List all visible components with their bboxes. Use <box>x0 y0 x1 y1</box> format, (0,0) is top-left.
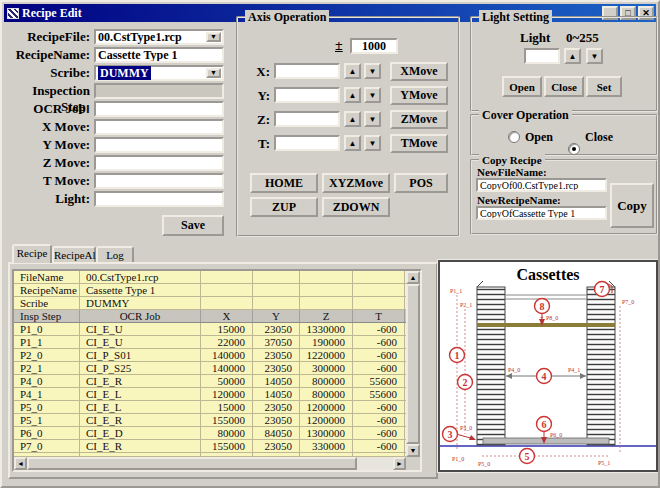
ocr-job-label: OCR Job: <box>2 101 90 117</box>
copy-recipe-title: Copy Recipe <box>479 153 545 167</box>
light-open-button[interactable]: Open <box>502 76 542 97</box>
cell: P6_0 <box>14 427 80 439</box>
y-move-input[interactable] <box>94 137 224 153</box>
table-row[interactable]: P4_1CI_E_L1200001405080000055600 <box>14 388 406 401</box>
ymove-button[interactable]: YMove <box>390 86 448 105</box>
callout-7: 7 <box>600 284 605 295</box>
z-move-input[interactable] <box>94 155 224 171</box>
scroll-down-icon[interactable]: ▼ <box>406 444 420 457</box>
scroll-left-icon[interactable]: ◄ <box>14 457 27 470</box>
cell: DUMMY <box>80 297 201 309</box>
cell: 15000 <box>201 323 253 335</box>
cover-close-radio[interactable] <box>568 143 580 155</box>
table-row[interactable]: P7_0CI_E_R15500023050330000-600 <box>14 440 406 453</box>
light-set-button[interactable]: Set <box>586 76 622 97</box>
copy-button[interactable]: Copy <box>610 183 654 228</box>
tmove-button[interactable]: TMove <box>390 134 448 153</box>
cover-operation-title: Cover Operation <box>479 108 572 122</box>
z-axis-input[interactable] <box>274 111 340 127</box>
table-row[interactable]: P6_0CI_E_D80000840501300000-600 <box>14 427 406 440</box>
callout-4: 4 <box>542 371 547 382</box>
recipe-name-input[interactable] <box>94 47 224 63</box>
cover-close-label[interactable]: Close <box>585 130 613 144</box>
new-recipe-name-label: NewRecipeName: <box>477 194 561 206</box>
recipe-file-combo[interactable]: 00.CstType1.rcp ▼ <box>94 29 224 45</box>
cell: P2_0 <box>14 349 80 361</box>
table-row[interactable]: P5_0CI_E_L15000230501200000-600 <box>14 401 406 414</box>
x-spin-up-icon[interactable]: ▲ <box>344 63 361 79</box>
z-spin-up-icon[interactable]: ▲ <box>344 111 361 127</box>
x-move-input[interactable] <box>94 119 224 135</box>
cell: 00.CstType1.rcp <box>80 271 201 283</box>
axis-operation-title: Axis Operation <box>245 10 329 24</box>
z-spin-down-icon[interactable]: ▼ <box>364 111 381 127</box>
callout-1: 1 <box>455 350 460 361</box>
zdown-button[interactable]: ZDOWN <box>322 197 390 217</box>
y-spin-down-icon[interactable]: ▼ <box>364 87 381 103</box>
cover-open-label[interactable]: Open <box>525 130 553 144</box>
tab-recipe[interactable]: Recipe <box>12 244 52 263</box>
scroll-up-icon[interactable]: ▲ <box>406 271 420 284</box>
save-button[interactable]: Save <box>162 215 224 236</box>
light-spin-down-icon[interactable]: ▼ <box>586 48 603 64</box>
horizontal-scroll-thumb[interactable] <box>27 457 357 470</box>
pos-button[interactable]: POS <box>394 173 448 193</box>
light-value-input[interactable] <box>524 48 560 64</box>
cell: 1300000 <box>300 427 353 439</box>
x-axis-input[interactable] <box>274 63 340 79</box>
y-axis-input[interactable] <box>274 87 340 103</box>
cell: 55600 <box>353 388 405 400</box>
light-close-button[interactable]: Close <box>544 76 584 97</box>
vertical-scrollbar[interactable]: ▲ ▼ <box>406 271 420 457</box>
zmove-button[interactable]: ZMove <box>390 110 448 129</box>
xyzmove-button[interactable]: XYZMove <box>322 173 390 193</box>
table-row[interactable]: P4_0CI_E_R500001405080000055600 <box>14 375 406 388</box>
cell <box>300 271 353 283</box>
callout-6: 6 <box>542 419 547 430</box>
t-spin-up-icon[interactable]: ▲ <box>344 135 361 151</box>
xmove-button[interactable]: XMove <box>390 62 448 81</box>
table-row[interactable]: P2_1CI_P_S2514000023050300000-600 <box>14 362 406 375</box>
light-input[interactable] <box>94 191 224 207</box>
table-row[interactable]: P2_0CI_P_S01140000230501220000-600 <box>14 349 406 362</box>
table-row[interactable]: P1_1CI_E_U2200037050190000-600 <box>14 336 406 349</box>
vertical-scroll-thumb[interactable] <box>406 284 420 444</box>
zup-button[interactable]: ZUP <box>250 197 318 217</box>
y-spin-up-icon[interactable]: ▲ <box>344 87 361 103</box>
horizontal-scrollbar[interactable]: ◄ ► <box>14 457 406 470</box>
cell: 140000 <box>201 349 253 361</box>
new-file-name-input[interactable] <box>476 178 607 192</box>
cell: 84050 <box>253 427 300 439</box>
chevron-down-icon[interactable]: ▼ <box>206 32 221 42</box>
cell: Y <box>253 310 300 322</box>
t-spin-down-icon[interactable]: ▼ <box>364 135 381 151</box>
light-spin-up-icon[interactable]: ▲ <box>564 48 581 64</box>
cover-open-radio[interactable] <box>508 131 520 143</box>
cell: Insp Step <box>14 310 80 322</box>
recipe-file-label: RecipeFile: <box>2 29 90 45</box>
table-row[interactable]: P1_0CI_E_U15000230501330000-600 <box>14 323 406 336</box>
x-spin-down-icon[interactable]: ▼ <box>364 63 381 79</box>
step-value-input[interactable] <box>350 38 398 54</box>
chevron-down-icon[interactable]: ▼ <box>206 68 221 78</box>
cell: -600 <box>353 323 405 335</box>
scribe-value: DUMMY <box>98 66 151 80</box>
cell: CI_E_U <box>80 323 201 335</box>
new-recipe-name-input[interactable] <box>476 206 607 220</box>
tab-log[interactable]: Log <box>96 246 134 263</box>
t-move-input[interactable] <box>94 173 224 189</box>
scroll-right-icon[interactable]: ► <box>393 457 406 470</box>
table-row[interactable]: P5_1CI_E_R155000230501200000-600 <box>14 414 406 427</box>
scribe-combo[interactable]: DUMMY ▼ <box>94 65 224 81</box>
table-header-row: Insp StepOCR JobXYZT <box>14 310 406 323</box>
step-sign-label: ± <box>335 38 343 54</box>
olive-bar <box>477 323 615 327</box>
tab-recipeall[interactable]: RecipeAll <box>52 246 96 263</box>
home-button[interactable]: HOME <box>250 173 318 193</box>
cell: 190000 <box>300 336 353 348</box>
ocr-job-input[interactable] <box>94 101 224 117</box>
cell: 1200000 <box>300 414 353 426</box>
t-axis-label: T: <box>248 136 270 152</box>
t-axis-input[interactable] <box>274 135 340 151</box>
cell: 140000 <box>201 362 253 374</box>
